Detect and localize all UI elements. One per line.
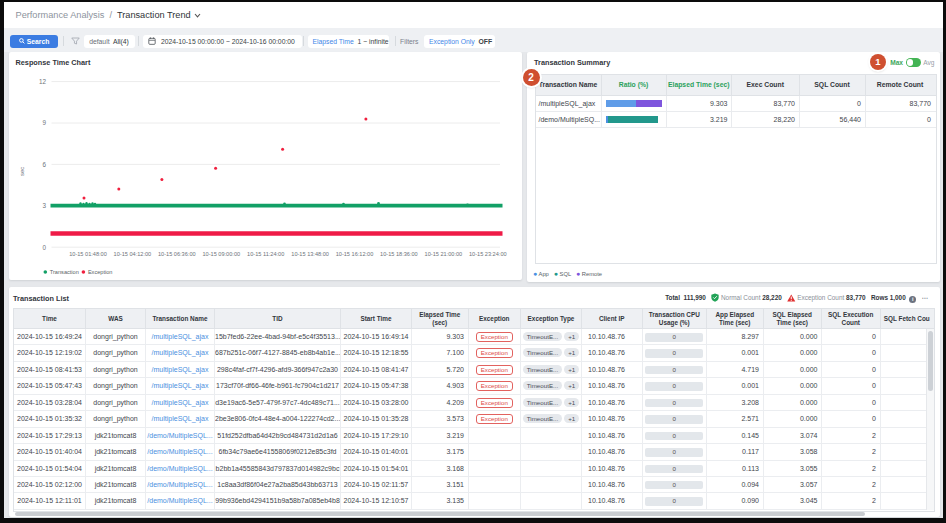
svg-text:sec: sec [18,167,24,176]
svg-text:Exception: Exception [87,269,112,275]
svg-text:10-15 11:24:00: 10-15 11:24:00 [247,251,284,257]
svg-text:3: 3 [42,202,46,209]
svg-text:10-15 21:00:00: 10-15 21:00:00 [424,251,462,257]
svg-text:10-15 13:48:00: 10-15 13:48:00 [291,251,329,257]
svg-text:0: 0 [42,244,46,251]
svg-text:12: 12 [38,78,46,85]
svg-text:10-15 23:24:00: 10-15 23:24:00 [468,251,506,257]
svg-text:6: 6 [42,161,46,168]
svg-text:10-15 04:12:00: 10-15 04:12:00 [113,251,151,257]
svg-text:10-15 16:12:00: 10-15 16:12:00 [335,251,373,257]
svg-text:10-15 01:48:00: 10-15 01:48:00 [69,251,107,257]
svg-text:10-15 09:00:00: 10-15 09:00:00 [202,251,240,257]
svg-text:Transaction: Transaction [49,269,78,275]
svg-text:9: 9 [42,119,46,126]
svg-text:10-15 06:36:00: 10-15 06:36:00 [157,251,195,257]
svg-text:10-15 18:36:00: 10-15 18:36:00 [380,251,418,257]
